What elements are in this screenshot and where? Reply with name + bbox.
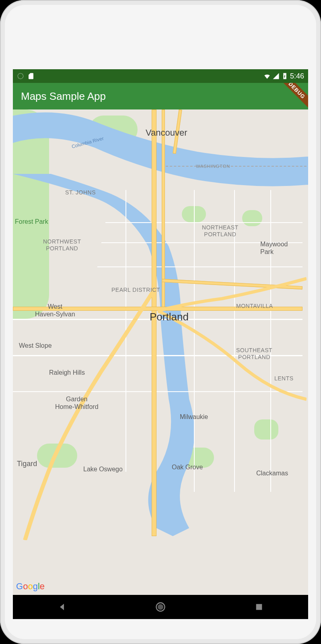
label-ne-portland: NORTHEASTPORTLAND — [202, 224, 239, 238]
label-tigard: Tigard — [17, 460, 37, 468]
label-oak-grove: Oak Grove — [172, 464, 203, 471]
svg-point-0 — [18, 73, 23, 79]
home-icon — [155, 601, 166, 613]
svg-point-2 — [158, 604, 163, 610]
label-milwaukie: Milwaukie — [180, 413, 208, 421]
cellular-icon — [272, 72, 280, 80]
label-garden-home: GardenHome-Whitford — [55, 395, 99, 411]
phone-inner: 5:46 DEBUG Maps Sample App — [5, 5, 316, 639]
screen: 5:46 DEBUG Maps Sample App — [13, 69, 308, 619]
label-st-johns: ST. JOHNS — [65, 189, 96, 196]
nav-bar — [13, 595, 308, 619]
label-vancouver: Vancouver — [146, 128, 187, 138]
map-view[interactable]: Vancouver Columbia River WASHINGTON ST. … — [13, 109, 308, 595]
svg-rect-3 — [256, 604, 262, 610]
recent-button[interactable] — [243, 603, 275, 611]
label-west-slope: West Slope — [19, 342, 52, 349]
label-west-haven: WestHaven-Sylvan — [35, 303, 75, 318]
battery-charging-icon — [281, 72, 288, 80]
label-clackamas: Clackamas — [256, 470, 288, 477]
label-se-portland: SOUTHEASTPORTLAND — [236, 347, 272, 361]
label-washington: WASHINGTON — [196, 164, 230, 169]
label-montavilla: MONTAVILLA — [236, 303, 273, 309]
clock: 5:46 — [290, 72, 304, 80]
home-button[interactable] — [144, 601, 177, 613]
label-lents: LENTS — [274, 375, 294, 382]
back-button[interactable] — [46, 602, 78, 612]
google-attribution: Google — [16, 581, 45, 592]
label-nw-portland: NORTHWESTPORTLAND — [43, 238, 81, 252]
label-lake-oswego: Lake Oswego — [83, 466, 123, 473]
app-title: Maps Sample App — [21, 90, 106, 103]
phone-frame: 5:46 DEBUG Maps Sample App — [0, 0, 321, 644]
label-pearl-district: PEARL DISTRICT — [111, 287, 160, 293]
app-bar: Maps Sample App — [13, 83, 308, 109]
label-portland: Portland — [150, 311, 189, 323]
spinner-icon — [17, 72, 24, 80]
label-forest-park: Forest Park — [15, 218, 48, 225]
sd-card-icon — [27, 72, 35, 80]
back-icon — [57, 602, 67, 612]
label-maywood-park: MaywoodPark — [260, 240, 288, 256]
label-raleigh-hills: Raleigh Hills — [49, 369, 85, 376]
status-bar: 5:46 — [13, 69, 308, 83]
wifi-icon — [263, 72, 271, 80]
recent-icon — [255, 603, 263, 611]
